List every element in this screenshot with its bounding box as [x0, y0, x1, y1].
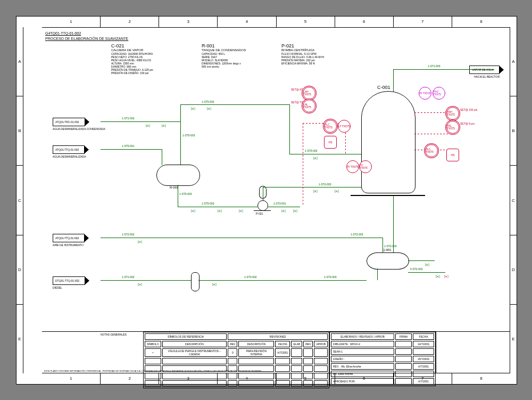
appr-date: A/7/2001: [413, 363, 434, 370]
instrument-pal: PAL TX075: [446, 121, 459, 134]
pipe: [162, 149, 162, 165]
pipe: [289, 154, 361, 154]
grid-columns-top: 1 2 3 4 5 6 7 8: [42, 17, 510, 28]
instrument-plc: PLC TX075: [324, 120, 337, 133]
appr-date: A/7/2001: [413, 378, 434, 385]
col-header: ELAB: [291, 341, 302, 347]
valve-icon: [191, 205, 196, 209]
col-label: 1: [42, 17, 101, 27]
valve-icon: [335, 185, 340, 189]
appr-label: REV. :: [333, 365, 340, 368]
revisions-header: REVISIONES: [228, 333, 328, 340]
notes-header: NOTAS GENERALES: [101, 333, 127, 336]
signal-line: [414, 134, 449, 134]
cell: VÁLVULA DE PURGA E INSTRUMENTOS – CADENA: [162, 348, 227, 357]
row-label: A: [16, 27, 23, 96]
valve-icon: [293, 205, 298, 209]
col-label: 8: [452, 17, 510, 27]
valve-icon: [444, 270, 450, 274]
vessel-c001-label: C-001: [377, 85, 390, 90]
pipe: [393, 195, 394, 252]
pipe: [393, 69, 414, 70]
grid-rows-left: A B C D E: [16, 27, 23, 373]
col-header: DESCRIPCIÓN: [162, 341, 227, 347]
equip-c021-tag: C-021: [111, 43, 124, 48]
col-label: 6: [335, 17, 394, 27]
row-label: E: [16, 305, 23, 373]
instrument-pc: PC TX075: [359, 160, 372, 173]
line-number: 1-ST2-002: [122, 233, 135, 236]
row-label: D: [16, 235, 23, 305]
vessel-q001-label: Q-001: [383, 248, 392, 251]
col-label: 5: [277, 17, 335, 27]
pipe-diesel: [101, 280, 191, 281]
drawing-area: G4TQ01-TTQ-01-002 PROCESO DE ELABORACIÓN…: [42, 27, 510, 373]
row-label: C: [510, 166, 517, 235]
appr-label: DIBUJANTE :: [333, 342, 350, 346]
pipe: [408, 260, 435, 261]
pump-p021: [257, 200, 268, 211]
equip-p021-line: EFICIENCIA MÁXIMA: 58 %: [281, 62, 315, 65]
vessel-r001: [156, 165, 200, 186]
signal-line: [414, 112, 449, 113]
valve-icon: [212, 278, 218, 282]
cell: PARA REVISIÓN INTERNA: [238, 348, 274, 357]
valve-icon: [436, 270, 441, 274]
appr-date: 14/7/2001: [413, 341, 434, 347]
instrument-pi-mag: PI TX075: [419, 87, 431, 100]
col-header: REV: [228, 341, 237, 347]
stream-vapor-out: VAPOR DE AGUA: [469, 66, 500, 74]
stream-agua-cond-label: AGUA DESMINERALIZADA CONDENSADA: [53, 127, 105, 130]
divider: [436, 332, 436, 373]
cell: [291, 348, 302, 357]
line-number: 1-ST1-002: [122, 275, 135, 279]
valve-icon: [313, 185, 319, 189]
appr-label: DISEÑO :: [333, 357, 345, 361]
title-block: NOTAS GENERALES SÍMBOLOS DE REFERENCIA R…: [42, 331, 510, 373]
line-number: 1-ST3-002: [244, 275, 257, 279]
diesel-filter: [191, 272, 200, 291]
line-number: 1-ST2-003: [384, 244, 397, 248]
col-header: SÍMBOLO: [145, 341, 161, 347]
row-label: B: [16, 96, 23, 166]
symbols-header: SÍMBOLOS DE REFERENCIA: [145, 333, 227, 340]
vessel-q001: [367, 252, 409, 270]
col-header: REV: [303, 341, 313, 347]
pipe-diesel: [198, 280, 367, 281]
signal-line: [303, 123, 303, 206]
line-number: 1-ST2-003: [351, 233, 363, 236]
setpoint: SET@ 150 psi: [460, 108, 477, 111]
pipe-diesel: [377, 268, 378, 280]
row-label: A: [510, 27, 517, 96]
pipe: [414, 69, 494, 70]
stream-diesel-tag: DTQ01-TTQ-01-002: [53, 276, 85, 285]
fecha-header: FECHA: [413, 333, 434, 340]
row-label: E: [510, 305, 517, 373]
col-label: 8: [452, 373, 510, 384]
pipe: [180, 104, 289, 105]
row-label: B: [510, 96, 517, 166]
valve-icon: [191, 102, 196, 107]
instrument-hs2: HS: [446, 149, 459, 161]
rev-header: ELABORADO / REVISADO / APROB: [331, 333, 394, 340]
cell: 0: [228, 348, 237, 357]
vessel-r001-label: R-001: [170, 186, 178, 189]
vessel-c001: [361, 91, 415, 193]
appr-val: WFGV-2: [350, 342, 360, 346]
stream-agua-cond-tag: ATQ01-TRC-01-002: [53, 118, 85, 126]
stream-aire-tag: ATQ01-TTQ-01-002: [53, 234, 85, 242]
valve-icon: [313, 152, 319, 156]
instrument-lal: LAL TX075: [303, 100, 315, 112]
appr-date: 15/7/2001: [413, 356, 434, 362]
instrument-hs: HS: [324, 136, 337, 149]
setpoint: SET@ TS: [291, 101, 303, 104]
equip-r001-tag: R-001: [202, 43, 215, 48]
equip-p021-tag: P-021: [281, 43, 294, 48]
line-number: 1-ST3-003: [324, 275, 337, 279]
valve-icon: [425, 258, 430, 263]
instrument-psv-mag: PSV TX075: [433, 87, 445, 100]
pump-p021-label: P-021: [256, 212, 263, 215]
equip-p021-desc: BOMBA CENTRÍFUGA: [281, 48, 314, 52]
stream-agua-label: AGUA DESMINERALIZADA: [53, 155, 86, 158]
cell: [314, 348, 328, 357]
